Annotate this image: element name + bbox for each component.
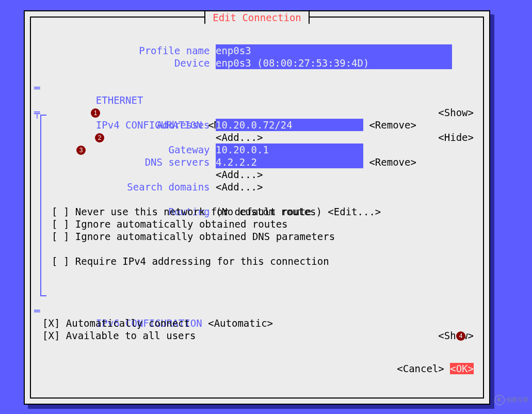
annotation-badge-3: 3: [76, 146, 86, 155]
section-marker: ╤: [34, 106, 40, 119]
chk-all-users[interactable]: [X] Available to all users: [31, 329, 483, 342]
address-input[interactable]: 10.20.0.72/24: [216, 119, 363, 131]
annotation-badge-2: 2: [95, 133, 104, 142]
annotation-badge-4: 4: [456, 331, 465, 341]
watermark-icon: K: [494, 395, 505, 405]
dialog: Edit Connection Profile name enp0s3 Devi…: [30, 17, 484, 399]
dialog-title: Edit Connection: [204, 11, 310, 24]
ipv4-tree-bottom: [40, 295, 46, 296]
content-area: Profile name enp0s3 Device enp0s3 (08:00…: [31, 18, 483, 342]
dns-label: DNS servers: [78, 156, 210, 168]
ethernet-show-button[interactable]: <Show>: [438, 106, 474, 119]
title-bar: Edit Connection: [31, 11, 483, 24]
gateway-label: Gateway: [78, 144, 210, 156]
address-add-button[interactable]: <Add...>: [216, 132, 263, 143]
profile-name-input[interactable]: enp0s3: [216, 44, 452, 57]
chk-ignore-dns[interactable]: [ ] Ignore automatically obtained DNS pa…: [31, 230, 483, 243]
ipv4-tree-top: [40, 115, 46, 116]
section-marker: ═: [34, 305, 40, 317]
ipv4-hide-button[interactable]: <Hide>: [438, 131, 474, 144]
watermark-text: 创新互联: [506, 396, 529, 403]
watermark: K 创新互联: [494, 393, 529, 406]
profile-name-label: Profile name: [78, 44, 210, 57]
dns-add-button[interactable]: <Add...>: [216, 169, 263, 180]
addresses-label: Addresses: [78, 119, 210, 131]
ethernet-section-row: ═ ETHERNET <Show>: [31, 69, 483, 82]
section-marker: ═: [34, 82, 40, 94]
search-domains-label: Search domains: [78, 181, 210, 193]
annotation-badge-1: 1: [91, 108, 100, 118]
address-remove-button[interactable]: <Remove>: [369, 119, 416, 131]
chk-never-default-route[interactable]: [ ] Never use this network for default r…: [31, 205, 483, 218]
dns-remove-button[interactable]: <Remove>: [369, 156, 416, 168]
routing-row: Routing (No custom routes) <Edit...>: [31, 193, 483, 205]
routing-edit-button[interactable]: <Edit...>: [328, 206, 381, 217]
cancel-button[interactable]: <Cancel>: [397, 363, 444, 374]
ipv6-section-row: ═ IPv6 CONFIGURATION <Automatic> <Show>: [31, 292, 483, 305]
profile-name-row: Profile name enp0s3: [31, 32, 483, 44]
ethernet-header: ETHERNET: [96, 94, 143, 106]
chk-require-ipv4[interactable]: [ ] Require IPv4 addressing for this con…: [31, 255, 483, 267]
ok-button[interactable]: <OK>: [450, 363, 474, 374]
dialog-shadow: Edit Connection Profile name enp0s3 Devi…: [24, 10, 490, 405]
device-input[interactable]: enp0s3 (08:00:27:53:39:4D): [216, 57, 452, 69]
chk-ignore-routes[interactable]: [ ] Ignore automatically obtained routes: [31, 218, 483, 230]
device-label: Device: [78, 57, 210, 69]
gateway-input[interactable]: 10.20.0.1: [216, 144, 363, 156]
search-add-button[interactable]: <Add...>: [216, 181, 263, 193]
dialog-actions: <Cancel> <OK>: [397, 362, 474, 375]
dns-input[interactable]: 4.2.2.2: [216, 156, 363, 168]
ipv6-mode-select[interactable]: <Automatic>: [208, 317, 273, 329]
ipv4-tree-line: [40, 115, 41, 295]
